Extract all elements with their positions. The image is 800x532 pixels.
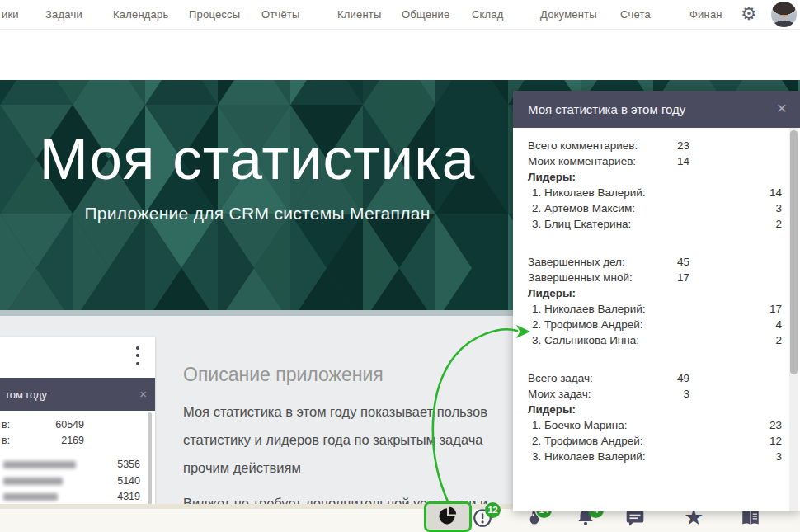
leader-row: 2. Артёмов Максим:3 [528,202,793,218]
leader-row: 1. Николаев Валерий:17 [528,303,793,318]
leader-name: 1. Николаев Валерий: [532,186,646,199]
leader-value: 3 [741,202,782,214]
nav-item-documents[interactable]: Документы [540,8,597,21]
mini-stat-label: в: [2,419,10,431]
mini-stat-value: 60549 [30,419,84,431]
nav-item-finance[interactable]: Финан [689,8,722,21]
leader-row: 1. Боечко Марина:23 [528,419,793,435]
leaders-heading-row: Лидеры: [528,403,793,419]
stats-section: Всего комментариев:23Моих комментариев:1… [528,139,793,233]
stat-row: Всего задач:49 [528,372,793,388]
stat-label: Завершенных дел: [528,256,625,268]
leader-name: 1. Николаев Валерий: [532,303,646,315]
app-subtitle: Приложение для CRM системы Мегаплан [0,204,515,224]
mini-leader-value: 5356 [89,459,140,470]
stats-section: Завершенных дел:45Завершенных мной:17Лид… [528,256,793,350]
leader-name: 3. Николаев Валерий: [532,450,646,463]
mini-scrollbar [148,412,152,505]
leader-row: 3. Блиц Екатерина:2 [528,218,793,233]
stat-value: 45 [650,256,689,268]
leaders-label: Лидеры: [528,403,576,416]
nav-item-tasks[interactable]: Задачи [45,8,82,21]
leader-name: 2. Трофимов Андрей: [532,318,643,331]
leader-value: 12 [741,435,782,447]
panel-scrollbar-thumb[interactable] [790,130,798,374]
leader-value: 2 [741,334,782,346]
leader-value: 3 [741,450,782,463]
leader-name: 3. Сальникова Инна: [532,334,639,346]
leaders-heading-row: Лидеры: [528,287,793,303]
mini-stat-row: в:60549 [2,419,147,431]
stat-row: Моих комментариев:14 [528,155,793,171]
stat-label: Моих комментариев: [528,155,636,167]
nav-item-reports[interactable]: Отчёты [261,8,300,21]
nav-item-clients[interactable]: Клиенты [337,8,382,21]
blurred-name [3,461,76,468]
description-line: Моя статистика в этом году показывает по… [183,398,513,426]
stat-row: Всего комментариев:23 [528,139,793,155]
mini-stat-value: 2169 [30,435,84,446]
mini-leader-value: 4319 [89,491,140,502]
stats-panel-body: Всего комментариев:23Моих комментариев:1… [528,139,793,488]
stat-value: 23 [650,139,689,152]
leader-value: 4 [741,318,782,331]
blurred-name [3,478,63,485]
leader-value: 14 [741,186,782,199]
stat-row: Моих задач:3 [528,388,793,403]
mini-stat-row: в:2169 [2,435,147,446]
stat-value: 49 [650,372,689,384]
leader-value: 23 [741,419,782,431]
leader-value: 17 [741,303,782,315]
kebab-menu-icon[interactable] [132,345,144,366]
leader-value: 2 [741,218,782,230]
pie-chart-icon [438,506,458,525]
leaders-label: Лидеры: [528,287,576,299]
stat-value: 3 [650,388,689,400]
stat-value: 14 [650,155,689,167]
close-icon[interactable]: × [777,98,787,118]
alert-button[interactable]: 12 [472,507,495,530]
leader-row: 2. Трофимов Андрей:12 [528,435,793,450]
stat-label: Моих задач: [528,388,591,400]
settings-gear-icon[interactable]: ⚙ [741,3,757,25]
leader-row: 3. Николаев Валерий:3 [528,450,793,466]
nav-item-processes[interactable]: Процессы [189,8,240,21]
stat-row: Завершенных мной:17 [528,271,793,287]
leaders-heading-row: Лидеры: [528,171,793,186]
leader-row: 3. Сальникова Инна:2 [528,334,793,350]
header-spacer [0,29,800,80]
leader-name: 1. Боечко Марина: [532,419,627,431]
leader-row: 1. Николаев Валерий:14 [528,186,793,202]
notification-badge: 12 [485,502,501,518]
leader-name: 2. Трофимов Андрей: [532,435,643,447]
nav-item-employees[interactable]: ики [2,8,19,21]
description-paragraph-1: Моя статистика в этом году показывает по… [183,398,513,482]
widget-preview-thumbnail: том году × в:60549в:2169535651404319 [0,378,155,506]
stats-panel-header: Моя статистика в этом году × [513,91,800,128]
stats-widget-panel: Моя статистика в этом году × Всего комме… [513,91,800,511]
top-navbar: ⚙ икиЗадачиКалендарьПроцессыОтчётыКлиент… [0,0,800,30]
mini-widget-title: том году [5,388,47,401]
stat-row: Завершенных дел:45 [528,256,793,271]
mini-widget-header: том году × [0,378,155,411]
stat-value: 17 [650,271,689,284]
nav-item-communication[interactable]: Общение [402,8,449,21]
leader-name: 3. Блиц Екатерина: [532,218,631,230]
nav-item-calendar[interactable]: Календарь [113,8,168,21]
stats-widget-button[interactable] [438,506,458,529]
description-heading: Описание приложения [183,364,513,386]
app-screen: Моя статистика Приложение для CRM систем… [0,0,800,532]
user-avatar[interactable] [771,2,797,27]
nav-item-invoices[interactable]: Счета [620,8,651,21]
description-line: прочим действиям [183,454,513,482]
leader-row: 2. Трофимов Андрей:4 [528,318,793,334]
description-line: статистику и лидеров года по закрытым за… [183,426,513,454]
nav-item-warehouse[interactable]: Склад [472,8,504,21]
leader-name: 2. Артёмов Максим: [532,202,635,214]
stat-label: Всего задач: [528,372,593,384]
stats-panel-title: Моя статистика в этом году [528,102,685,116]
mini-close-icon: × [139,387,147,401]
stat-label: Завершенных мной: [528,271,633,284]
annotation-highlight-box [424,501,472,532]
hero-text-block: Моя статистика Приложение для CRM систем… [0,80,515,224]
